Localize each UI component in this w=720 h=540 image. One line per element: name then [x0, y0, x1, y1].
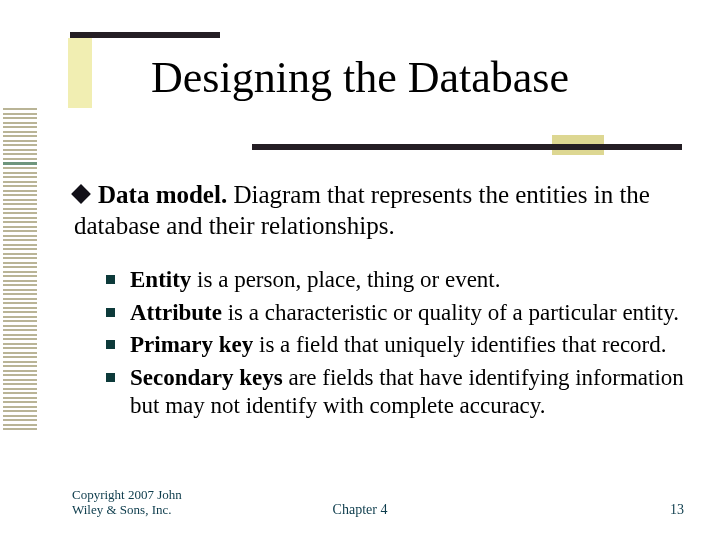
square-icon — [106, 275, 115, 284]
sub-bullet: Entity is a person, place, thing or even… — [130, 266, 684, 295]
slide: Designing the Database Data model. Diagr… — [0, 0, 720, 540]
footer-page-number: 13 — [670, 502, 684, 518]
sub-bullet-bold: Attribute — [130, 300, 222, 325]
sub-bullet-bold: Secondary keys — [130, 365, 283, 390]
sub-bullet: Attribute is a characteristic or quality… — [130, 299, 684, 328]
decor-rule-mid — [252, 144, 682, 150]
sub-bullet-text: is a person, place, thing or event. — [191, 267, 500, 292]
main-bullet-bold: Data model. — [98, 181, 227, 208]
square-icon — [106, 340, 115, 349]
sub-bullet: Secondary keys are fields that have iden… — [130, 364, 684, 421]
sub-bullet-list: Entity is a person, place, thing or even… — [130, 266, 684, 425]
footer-copyright-line1: Copyright 2007 John — [72, 487, 182, 502]
decor-rule-top — [70, 32, 220, 38]
main-bullet: Data model. Diagram that represents the … — [74, 180, 680, 241]
slide-title: Designing the Database — [0, 52, 720, 103]
diamond-icon — [71, 184, 91, 204]
sub-bullet-text: is a field that uniquely identifies that… — [253, 332, 666, 357]
sub-bullet-text: is a characteristic or quality of a part… — [222, 300, 679, 325]
sub-bullet-bold: Entity — [130, 267, 191, 292]
sub-bullet: Primary key is a field that uniquely ide… — [130, 331, 684, 360]
sub-bullet-bold: Primary key — [130, 332, 253, 357]
decor-left-stripes — [3, 108, 37, 468]
square-icon — [106, 373, 115, 382]
square-icon — [106, 308, 115, 317]
footer-chapter: Chapter 4 — [0, 502, 720, 518]
